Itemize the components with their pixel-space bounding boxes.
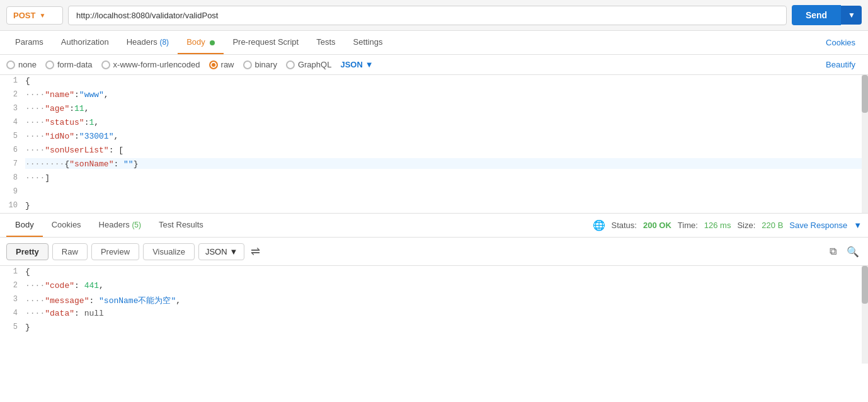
radio-urlencoded [101,60,110,69]
resp-line-1: 1 { [0,266,868,280]
format-preview-button[interactable]: Preview [91,243,139,260]
search-button[interactable]: 🔍 [844,243,862,260]
resp-tab-test-results[interactable]: Test Results [150,214,212,237]
radio-form-data [45,60,54,69]
request-tabs: Params Authorization Headers (8) Body Pr… [0,31,868,55]
response-meta: 🌐 Status: 200 OK Time: 126 ms Size: 220 … [593,219,862,231]
tab-headers[interactable]: Headers (8) [118,31,178,54]
save-response-chevron[interactable]: ▼ [854,221,862,230]
resp-line-5: 5 } [0,321,868,335]
url-bar: POST ▼ Send ▼ [0,0,868,31]
response-tabs-left: Body Cookies Headers (5) Test Results [6,214,212,237]
method-dropdown-icon: ▼ [39,12,45,19]
req-line-7: 7 ········{"sonName": ""} [0,158,868,172]
option-graphql[interactable]: GraphQL [286,60,331,69]
copy-icon: ⧉ [830,246,837,256]
send-dropdown-button[interactable]: ▼ [841,6,862,25]
resp-line-3: 3 ····"message": "sonName不能为空", [0,294,868,307]
response-format-bar: Pretty Raw Preview Visualize JSON ▼ ⇌ ⧉ … [0,238,868,266]
url-input[interactable] [68,6,787,25]
send-button[interactable]: Send [792,5,841,25]
radio-none [6,60,15,69]
response-format-selector[interactable]: JSON ▼ [198,243,245,260]
format-pretty-button[interactable]: Pretty [6,243,49,260]
tab-prerequest[interactable]: Pre-request Script [224,31,307,54]
headers-badge: (8) [159,38,169,47]
option-binary[interactable]: binary [243,60,277,69]
format-visualize-button[interactable]: Visualize [143,243,195,260]
req-line-9: 9 [0,186,868,200]
cookies-link[interactable]: Cookies [819,32,862,54]
send-button-group: Send ▼ [792,5,862,25]
radio-raw [209,60,218,69]
format-buttons: Pretty Raw Preview Visualize JSON ▼ ⇌ [6,242,263,261]
resp-line-4: 4 ····"data": null [0,307,868,321]
json-format-selector[interactable]: JSON ▼ [340,60,373,69]
resp-line-2: 2 ····"code": 441, [0,280,868,294]
resp-tab-cookies[interactable]: Cookies [43,214,90,237]
body-dot [210,40,215,45]
response-tabs: Body Cookies Headers (5) Test Results 🌐 … [0,214,868,238]
time-label: Time: [678,221,698,230]
req-line-2: 2 ····"name":"www", [0,89,868,103]
resp-tab-body[interactable]: Body [6,214,43,237]
option-urlencoded[interactable]: x-www-form-urlencoded [101,60,200,69]
option-form-data[interactable]: form-data [45,60,93,69]
tab-tests[interactable]: Tests [307,31,344,54]
wrap-text-icon: ⇌ [251,245,260,258]
format-raw-button[interactable]: Raw [52,243,88,260]
tab-authorization[interactable]: Authorization [52,31,118,54]
search-icon: 🔍 [847,246,859,257]
copy-button[interactable]: ⧉ [827,243,839,260]
resp-headers-badge: (5) [132,221,141,229]
resp-tab-headers[interactable]: Headers (5) [90,214,150,237]
response-scrollbar[interactable] [862,266,868,364]
size-label: Size: [737,221,755,230]
size-value: 220 B [762,221,783,230]
radio-graphql [286,60,295,69]
status-label: Status: [612,221,637,230]
option-none[interactable]: none [6,60,37,69]
response-scrollbar-thumb [862,266,868,304]
req-line-4: 4 ····"status":1, [0,117,868,130]
tab-settings[interactable]: Settings [345,31,392,54]
format-chevron-icon: ▼ [230,247,238,256]
req-line-6: 6 ····"sonUserList": [ [0,144,868,158]
method-selector[interactable]: POST ▼ [6,6,63,25]
option-raw[interactable]: raw [209,60,234,69]
req-line-3: 3 ····"age":11, [0,103,868,117]
status-value: 200 OK [643,221,671,230]
tab-body[interactable]: Body [178,31,224,54]
globe-icon: 🌐 [593,219,605,231]
format-actions: ⧉ 🔍 [827,243,862,260]
json-chevron-icon: ▼ [365,60,374,69]
req-line-1: 1 { [0,75,868,89]
tab-params[interactable]: Params [6,31,52,54]
editor-scrollbar-thumb [862,75,868,113]
editor-scrollbar[interactable] [862,75,868,213]
beautify-button[interactable]: Beautify [826,60,862,69]
save-response-button[interactable]: Save Response [789,221,847,230]
req-line-5: 5 ····"idNo":"33001", [0,130,868,144]
body-options-left: none form-data x-www-form-urlencoded raw… [6,60,374,69]
body-options: none form-data x-www-form-urlencoded raw… [0,55,868,75]
time-value: 126 ms [704,221,731,230]
request-editor[interactable]: 1 { 2 ····"name":"www", 3 ····"age":11, … [0,75,868,214]
response-editor[interactable]: 1 { 2 ····"code": 441, 3 ····"message": … [0,266,868,364]
req-line-10: 10 } [0,200,868,214]
radio-binary [243,60,252,69]
request-tabs-left: Params Authorization Headers (8) Body Pr… [6,31,391,54]
req-line-8: 8 ····] [0,172,868,186]
method-label: POST [13,11,35,20]
wrap-text-button[interactable]: ⇌ [248,242,263,261]
